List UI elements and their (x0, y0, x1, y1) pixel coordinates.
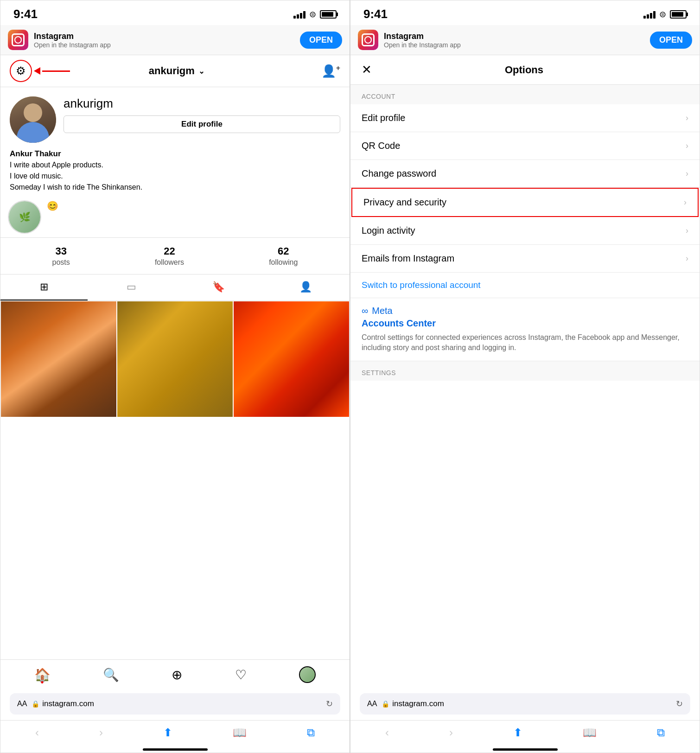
app-info-left: Instagram Open in the Instagram app (34, 32, 294, 49)
bio: I write about Apple products. I love old… (0, 160, 350, 197)
post-grid (0, 301, 350, 417)
settings-section-header: SETTINGS (350, 361, 700, 381)
signal-icon (293, 10, 305, 19)
switch-professional-section: Switch to professional account (350, 273, 700, 298)
bookmarks-button-right[interactable]: 📖 (578, 724, 601, 741)
tabs-button-right[interactable]: ⧉ (652, 724, 669, 741)
options-header: ✕ Options (350, 55, 700, 85)
followers-stat[interactable]: 22 followers (155, 245, 184, 267)
refresh-icon-left[interactable]: ↻ (326, 699, 333, 709)
lock-icon-left: 🔒 (32, 700, 39, 708)
saved-tab[interactable]: 🔖 (175, 274, 262, 300)
status-bar-left: 9:41 ⊜ (0, 0, 350, 25)
open-button-right[interactable]: OPEN (650, 32, 692, 49)
open-button-left[interactable]: OPEN (300, 32, 342, 49)
followers-count: 22 (164, 245, 175, 257)
refresh-icon-right[interactable]: ↻ (676, 699, 683, 709)
meta-section: ∞ Meta Accounts Center Control settings … (350, 298, 700, 361)
privacy-security-menu-item[interactable]: Privacy and security › (351, 188, 699, 217)
create-nav-button[interactable]: ⊕ (172, 667, 182, 683)
browser-aa-right[interactable]: AA (367, 700, 377, 708)
home-indicator-right (350, 745, 700, 753)
browser-url-right: 🔒 instagram.com (382, 699, 671, 708)
search-nav-button[interactable]: 🔍 (103, 667, 119, 683)
switch-professional-button[interactable]: Switch to professional account (362, 280, 481, 290)
account-section-header: ACCOUNT (350, 85, 700, 104)
following-stat[interactable]: 62 following (269, 245, 298, 267)
app-banner-right: Instagram Open in the Instagram app OPEN (350, 25, 700, 55)
profile-section: ankurigm Edit profile (0, 87, 350, 147)
story-item-1[interactable]: 🌿 (8, 200, 41, 234)
qr-code-chevron: › (686, 141, 688, 151)
browser-bar-container-left: AA 🔒 instagram.com ↻ (0, 688, 350, 720)
nav-username: ankurigm (149, 65, 195, 77)
profile-info: ankurigm Edit profile (64, 96, 340, 133)
change-password-menu-item[interactable]: Change password › (350, 160, 700, 188)
meta-logo: ∞ Meta (362, 306, 688, 316)
meta-label: Meta (372, 306, 392, 316)
accounts-center-desc: Control settings for connected experienc… (362, 332, 688, 353)
add-user-button[interactable]: 👤+ (321, 64, 340, 78)
app-info-right: Instagram Open in the Instagram app (384, 32, 644, 49)
safari-nav-left: ‹ › ⬆ 📖 ⧉ (0, 720, 350, 745)
qr-code-menu-label: QR Code (362, 140, 400, 151)
status-icons-right: ⊜ (643, 9, 687, 19)
instagram-app-icon (8, 30, 28, 50)
back-button-right: ‹ (381, 724, 394, 741)
browser-bar-right[interactable]: AA 🔒 instagram.com ↻ (360, 693, 690, 715)
qr-code-menu-item[interactable]: QR Code › (350, 132, 700, 160)
home-nav-button[interactable]: 🏠 (34, 667, 51, 683)
activity-nav-button[interactable]: ♡ (235, 667, 247, 683)
app-banner-left: Instagram Open in the Instagram app OPEN (0, 25, 350, 55)
posts-stat[interactable]: 33 posts (52, 245, 70, 267)
reels-tab[interactable]: ▭ (88, 274, 175, 300)
post-cell-3[interactable] (233, 301, 350, 417)
login-activity-menu-label: Login activity (362, 225, 415, 236)
following-count: 62 (278, 245, 289, 257)
stats-row: 33 posts 22 followers 62 following (0, 237, 350, 274)
story-item-emoji[interactable]: 😊 (47, 200, 58, 234)
profile-nav-button[interactable] (299, 666, 316, 683)
accounts-center-link[interactable]: Accounts Center (362, 318, 688, 329)
grid-tab[interactable]: ⊞ (0, 274, 88, 300)
post-cell-1[interactable] (0, 301, 117, 417)
browser-bar-container-right: AA 🔒 instagram.com ↻ (350, 688, 700, 720)
post-cell-2[interactable] (117, 301, 233, 417)
bookmarks-button-left[interactable]: 📖 (228, 724, 251, 741)
browser-url-left: 🔒 instagram.com (32, 699, 321, 708)
login-activity-menu-item[interactable]: Login activity › (350, 217, 700, 245)
tagged-tab[interactable]: 👤 (262, 274, 350, 300)
battery-icon-right (670, 10, 687, 19)
tabs-button-left[interactable]: ⧉ (302, 724, 319, 741)
emails-instagram-menu-item[interactable]: Emails from Instagram › (350, 245, 700, 273)
followers-label: followers (155, 258, 184, 267)
annotation-arrow (34, 67, 70, 75)
account-section-label: ACCOUNT (362, 93, 395, 100)
browser-aa-left[interactable]: AA (17, 700, 27, 708)
browser-bar-left[interactable]: AA 🔒 instagram.com ↻ (10, 693, 340, 715)
status-icons-left: ⊜ (293, 9, 337, 19)
forward-button-right: › (445, 724, 458, 741)
story-highlights: 🌿 😊 (0, 197, 350, 237)
change-password-menu-label: Change password (362, 168, 436, 179)
bio-line3: Someday I wish to ride The Shinkansen. (10, 183, 142, 191)
story-image-1: 🌿 (9, 201, 40, 233)
app-subtitle-right: Open in the Instagram app (384, 41, 644, 49)
share-button-right[interactable]: ⬆ (509, 724, 527, 741)
share-button-left[interactable]: ⬆ (159, 724, 177, 741)
lock-icon-right: 🔒 (382, 700, 389, 708)
meta-infinity-icon: ∞ (362, 306, 368, 316)
edit-profile-chevron: › (686, 113, 688, 123)
wifi-icon: ⊜ (309, 9, 316, 19)
browser-url-text-right: instagram.com (392, 699, 444, 708)
close-button[interactable]: ✕ (362, 63, 372, 77)
username-dropdown[interactable]: ankurigm ⌄ (149, 65, 204, 77)
following-label: following (269, 258, 298, 267)
profile-nav: ⚙ ankurigm ⌄ 👤+ (0, 55, 350, 87)
settings-gear-button[interactable]: ⚙ (10, 60, 32, 82)
options-title: Options (505, 64, 543, 76)
chevron-down-icon: ⌄ (198, 67, 204, 76)
edit-profile-button[interactable]: Edit profile (64, 115, 340, 133)
edit-profile-menu-item[interactable]: Edit profile › (350, 104, 700, 132)
bottom-nav: 🏠 🔍 ⊕ ♡ (0, 659, 350, 688)
